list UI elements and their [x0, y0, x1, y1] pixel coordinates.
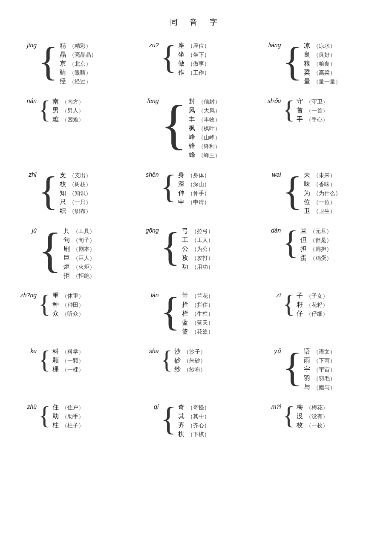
group-cell: fēng{封（信封）风（大风）丰（丰收）枫（枫叶）峰（山峰）锋（锋利）蜂（蜂王） — [135, 95, 257, 161]
entry-row: 坐（坐下） — [178, 51, 210, 59]
example-text: （羽毛） — [313, 375, 335, 382]
entry-row: 粱（高粱） — [304, 69, 341, 77]
character: 但 — [300, 236, 308, 244]
entry-row: 枫（枫叶） — [189, 124, 220, 132]
entries-list: 旦（元旦）但（但是）担（扁担）蛋（鸡蛋） — [300, 226, 332, 262]
entries-list: 梅（梅花）没（没有）枚（一枚） — [297, 403, 328, 429]
example-text: （亮晶晶） — [69, 51, 97, 59]
example-text: （工具） — [73, 227, 95, 235]
entry-row: 睛（眼睛） — [60, 69, 97, 77]
example-text: （丰收） — [198, 116, 220, 124]
entry-row: 担（扁担） — [300, 245, 332, 253]
example-text: （支出） — [69, 172, 91, 179]
character: 齐 — [178, 421, 186, 429]
character: 没 — [297, 412, 304, 420]
example-text: （织布） — [69, 207, 91, 215]
entry-row: 宇（宇宙） — [304, 365, 335, 374]
brace-symbol: { — [38, 291, 51, 316]
brace-symbol: { — [38, 226, 62, 275]
example-text: （良好） — [313, 51, 335, 59]
example-text: （树枝） — [69, 181, 91, 188]
pinyin-label: wai — [259, 170, 281, 178]
entry-row: 拦（拦住） — [182, 301, 213, 309]
entries-list: 奇（奇怪）其（其中）齐（齐心）棋（下棋） — [178, 403, 210, 438]
example-text: （子女） — [306, 292, 328, 300]
character: 枫 — [189, 124, 196, 132]
entry-row: 枚（一枚） — [297, 421, 328, 429]
example-text: （锋利） — [198, 143, 220, 150]
character: 巨 — [63, 254, 71, 262]
example-text: （朱砂） — [184, 357, 206, 365]
character: 织 — [60, 207, 67, 215]
example-text: （为什么） — [313, 190, 341, 197]
entry-row: 齐（齐心） — [178, 421, 210, 429]
entry-row: 功（用功） — [182, 263, 213, 271]
character: 棋 — [178, 430, 186, 438]
example-text: （科学） — [62, 348, 84, 356]
brace-symbol: { — [161, 226, 180, 267]
character: 功 — [182, 263, 190, 271]
pinyin-label: zu? — [138, 41, 159, 49]
entries-list: 子（子女）籽（花籽）仔（仔细） — [297, 291, 328, 318]
example-text: （未来） — [313, 172, 335, 179]
character: 众 — [52, 310, 60, 318]
entries-list: 弓（拉弓）工（工人）公（为公）攻（攻打）功（用功） — [182, 226, 213, 271]
example-text: （其中） — [187, 413, 210, 420]
entry-row: 京（北京） — [60, 60, 97, 68]
character: 南 — [52, 98, 60, 106]
entries-list: 身（身体）深（深山）伸（伸手）申（申请） — [178, 170, 210, 206]
entry-row: 兰（兰花） — [182, 292, 213, 300]
character: 宇 — [304, 365, 311, 374]
example-text: （申请） — [187, 198, 210, 206]
example-text: （听众） — [62, 310, 84, 318]
character: 栏 — [182, 310, 190, 318]
entries-list: 支（支出）枝（树枝）知（知识）只（一只）织（织布） — [60, 170, 91, 215]
pinyin-label: zhù — [15, 403, 37, 410]
entries-list: 未（未来）味（香味）为（为什么）位（一位）卫（卫生） — [304, 170, 341, 215]
group-cell: dàn{旦（元旦）但（但是）担（扁担）蛋（鸡蛋） — [257, 224, 379, 282]
entry-row: 篮（花篮） — [182, 328, 213, 336]
example-text: （沙子） — [184, 348, 206, 356]
character: 住 — [52, 403, 60, 411]
character: 经 — [60, 78, 67, 86]
entry-row: 锋（锋利） — [189, 142, 220, 150]
entry-row: 蜂（蜂王） — [189, 151, 220, 159]
example-text: （卫生） — [313, 207, 335, 215]
example-text: （经过） — [69, 78, 91, 86]
entry-row: 奇（奇怪） — [178, 403, 210, 411]
brace-symbol: { — [282, 41, 302, 82]
character: 手 — [297, 115, 304, 124]
character: 羽 — [304, 374, 311, 382]
character: 凉 — [304, 42, 311, 50]
character: 篮 — [182, 328, 190, 336]
character: 公 — [182, 245, 190, 253]
entry-row: 炬（火炬） — [63, 263, 95, 271]
character: 剧 — [63, 245, 71, 253]
entry-row: 未（未来） — [304, 171, 341, 179]
group-cell: m?i{梅（梅花）没（没有）枚（一枚） — [257, 401, 379, 440]
entry-row: 支（支出） — [60, 171, 91, 179]
entry-row: 巨（巨人） — [63, 254, 95, 262]
character: 奇 — [178, 403, 186, 411]
character: 守 — [297, 98, 304, 106]
pinyin-label: zh?ng — [15, 291, 37, 299]
example-text: （火炬） — [73, 263, 95, 271]
entry-row: 旦（元旦） — [300, 227, 332, 235]
entries-list: 沙（沙子）砂（朱砂）纱（纱布） — [174, 347, 206, 374]
example-text: （拉弓） — [191, 227, 213, 235]
entry-row: 住（住户） — [52, 403, 84, 411]
entry-row: 重（体重） — [52, 292, 84, 300]
entry-row: 织（织布） — [60, 207, 91, 215]
example-text: （一首） — [306, 107, 328, 115]
character: 具 — [63, 227, 71, 235]
example-text: （齐心） — [187, 422, 210, 429]
example-text: （剧本） — [73, 245, 95, 253]
example-text: （牛栏） — [191, 310, 213, 318]
entry-row: 味（香味） — [304, 180, 341, 188]
entries-list: 南（南方）男（男人）难（困难） — [52, 97, 84, 124]
example-text: （手心） — [306, 116, 328, 124]
brace-symbol: { — [282, 347, 302, 388]
example-text: （但是） — [310, 236, 332, 244]
entry-row: 羽（羽毛） — [304, 374, 335, 382]
entry-row: 具（工具） — [63, 227, 95, 235]
